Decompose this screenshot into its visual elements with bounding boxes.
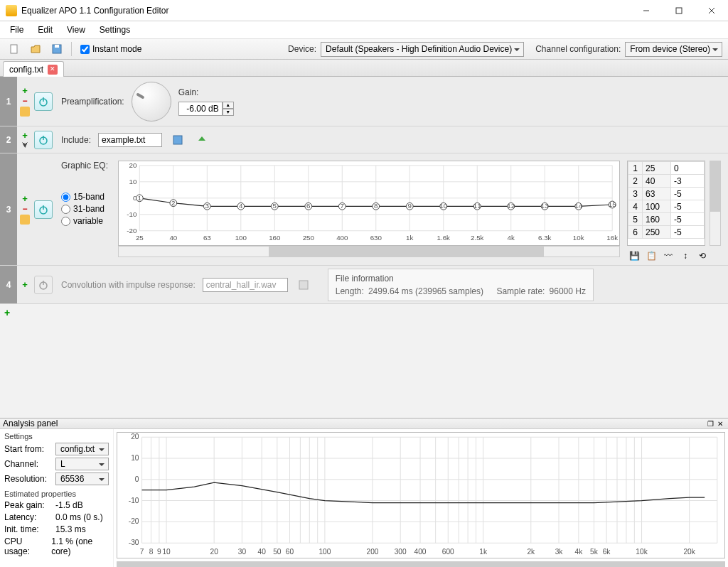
svg-text:9: 9 (157, 548, 161, 556)
menu-edit[interactable]: Edit (31, 23, 60, 37)
peakgain-value: -1.5 dB (55, 500, 83, 510)
eq-table-scroll[interactable] (710, 161, 721, 246)
samplerate-label: Sample rate: (496, 286, 545, 296)
app-icon (6, 5, 17, 16)
eq-variable-radio[interactable]: variable (61, 216, 111, 226)
power-toggle[interactable] (34, 276, 53, 294)
menu-settings[interactable]: Settings (92, 23, 137, 37)
svg-text:25: 25 (136, 234, 144, 242)
power-toggle[interactable] (34, 92, 53, 111)
analysis-settings: Settings Start from:config.txt Channel:L… (0, 429, 114, 567)
browse-button[interactable] (295, 276, 312, 293)
svg-text:300: 300 (395, 548, 407, 556)
row-controls: + ⮟ (17, 126, 33, 153)
svg-text:2k: 2k (527, 548, 535, 556)
latency-label: Latency: (4, 512, 51, 522)
instant-mode-checkbox[interactable]: Instant mode (80, 44, 141, 54)
save-icon[interactable]: 💾 (627, 249, 641, 263)
eq-table[interactable]: 1250240-3363-54100-55160-56250-5 (627, 161, 705, 246)
svg-text:6k: 6k (603, 548, 611, 556)
save-file-button[interactable] (48, 40, 65, 58)
maximize-button[interactable] (663, 0, 695, 21)
svg-text:5: 5 (273, 202, 277, 210)
new-file-button[interactable] (6, 40, 23, 58)
svg-text:7: 7 (341, 202, 344, 210)
svg-text:10k: 10k (636, 548, 648, 556)
browse-button[interactable] (169, 131, 186, 148)
inittime-label: Init. time: (4, 524, 51, 534)
peakgain-label: Peak gain: (4, 500, 51, 510)
add-icon[interactable]: + (22, 280, 28, 289)
gain-knob[interactable] (132, 82, 171, 122)
power-toggle[interactable] (34, 200, 53, 219)
edit-icon[interactable] (20, 215, 30, 225)
add-icon[interactable]: + (22, 131, 28, 140)
remove-icon[interactable]: − (22, 205, 27, 213)
spin-down-icon[interactable]: ▼ (223, 109, 234, 116)
svg-text:10k: 10k (573, 234, 584, 242)
invert-icon[interactable]: 〰 (661, 249, 675, 263)
svg-text:4: 4 (239, 202, 243, 210)
file-info-box: File information Length: 2499.64 ms (239… (328, 269, 594, 301)
eq-31band-radio[interactable]: 31-band (61, 204, 111, 214)
svg-text:14: 14 (574, 202, 582, 210)
analysis-scroll-h[interactable] (117, 561, 725, 567)
svg-rect-4 (11, 45, 17, 53)
channel-config-combo[interactable]: From device (Stereo) (625, 42, 722, 57)
include-label: Include: (61, 135, 91, 145)
instant-mode-check[interactable] (80, 45, 90, 54)
resolution-combo[interactable]: 65536 (55, 472, 109, 485)
add-icon[interactable]: + (22, 194, 28, 203)
power-toggle[interactable] (34, 131, 53, 149)
edit-icon[interactable] (20, 107, 30, 117)
normalize-icon[interactable]: ↕ (678, 249, 692, 263)
close-button[interactable] (695, 0, 728, 21)
close-panel-button[interactable]: ✕ (715, 418, 725, 428)
startfrom-combo[interactable]: config.txt (55, 443, 109, 455)
gain-input[interactable] (178, 102, 223, 116)
svg-text:1k: 1k (406, 234, 413, 242)
svg-text:1k: 1k (479, 548, 488, 556)
svg-text:11: 11 (473, 202, 481, 210)
svg-text:-10: -10 (129, 497, 139, 504)
tab-close-button[interactable]: ✕ (48, 65, 58, 75)
add-row[interactable]: + (0, 304, 728, 321)
up-arrow-button[interactable] (193, 131, 210, 148)
eq-plot[interactable]: -20-10010202540631001602504006301k1.6k2.… (118, 161, 620, 246)
minimize-button[interactable] (630, 0, 663, 21)
channel-combo[interactable]: L (55, 458, 109, 470)
menubar: File Edit View Settings (0, 21, 728, 38)
svg-text:12: 12 (507, 202, 515, 210)
include-file-input[interactable] (98, 133, 162, 147)
eq-15band-radio[interactable]: 15-band (61, 192, 111, 202)
svg-text:3k: 3k (555, 548, 564, 556)
svg-text:10: 10 (131, 454, 139, 462)
reset-icon[interactable]: ⟲ (695, 249, 710, 263)
menu-file[interactable]: File (3, 23, 31, 37)
tab-config[interactable]: config.txt ✕ (3, 61, 64, 77)
dock-button[interactable]: ❐ (705, 418, 715, 428)
eq-scroll-h[interactable] (118, 246, 620, 257)
svg-text:13: 13 (541, 202, 549, 210)
row-controls: + − (17, 153, 33, 265)
chevron-down-icon[interactable]: ⮟ (22, 141, 28, 148)
copy-icon[interactable]: 📋 (644, 249, 658, 263)
svg-rect-6 (55, 45, 59, 48)
svg-text:0: 0 (135, 475, 139, 483)
titlebar: Equalizer APO 1.1 Configuration Editor (0, 0, 728, 21)
cpu-value: 1.1 % (one core) (51, 536, 109, 556)
svg-text:400: 400 (414, 548, 427, 556)
menu-view[interactable]: View (60, 23, 92, 37)
svg-text:50: 50 (273, 548, 282, 556)
device-combo[interactable]: Default (Speakers - High Definition Audi… (321, 42, 524, 57)
svg-text:6.3k: 6.3k (538, 234, 552, 242)
gain-spinner[interactable]: ▲▼ (178, 102, 234, 116)
svg-text:20k: 20k (683, 548, 695, 556)
remove-icon[interactable]: − (22, 97, 27, 105)
analysis-plot[interactable]: -30-20-100102078910203040506010020030040… (117, 432, 725, 558)
channel-label: Channel: (4, 459, 51, 469)
add-icon[interactable]: + (22, 86, 28, 95)
svg-text:2: 2 (171, 199, 175, 207)
spin-up-icon[interactable]: ▲ (223, 102, 234, 109)
open-file-button[interactable] (27, 40, 44, 58)
